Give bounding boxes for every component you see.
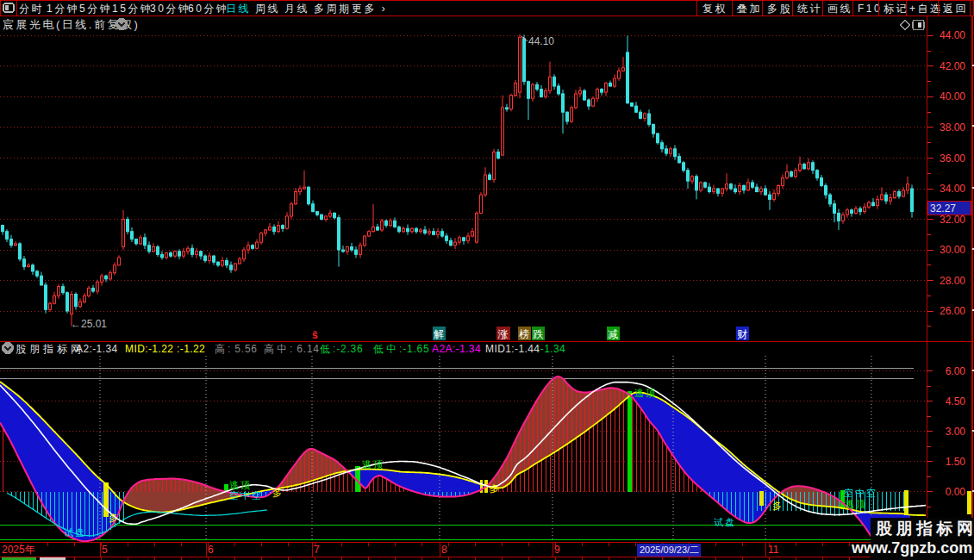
svg-text:多股: 多股 — [767, 3, 792, 15]
svg-text:A2A:-1.34: A2A:-1.34 — [432, 343, 481, 355]
svg-text:28.00: 28.00 — [940, 275, 965, 287]
svg-text:34.00: 34.00 — [940, 183, 965, 195]
svg-text:A2:-1.34: A2:-1.34 — [76, 343, 118, 355]
svg-text:多: 多 — [772, 501, 784, 511]
svg-text:8: 8 — [441, 544, 447, 556]
svg-text:ŝ: ŝ — [312, 329, 318, 341]
svg-text:多: 多 — [109, 513, 120, 523]
svg-text:更多 ›: 更多 › — [352, 3, 387, 15]
svg-text:跌: 跌 — [533, 328, 543, 340]
svg-text:复权: 复权 — [702, 3, 727, 15]
svg-text:试盘: 试盘 — [714, 517, 736, 527]
svg-text:30.00: 30.00 — [940, 244, 965, 256]
svg-text:逃顶: 逃顶 — [634, 388, 657, 398]
svg-text:试盘: 试盘 — [64, 527, 86, 538]
svg-text:减: 减 — [608, 328, 618, 340]
svg-text:月线: 月线 — [284, 3, 309, 15]
svg-text:+自选: +自选 — [909, 3, 943, 15]
svg-text:高: 5.56: 高: 5.56 — [215, 343, 258, 355]
svg-text:多周期: 多周期 — [314, 3, 352, 15]
svg-text:11: 11 — [768, 544, 779, 556]
svg-text:MID:-1.22: MID:-1.22 — [125, 343, 173, 355]
svg-text:44.00: 44.00 — [940, 29, 965, 41]
svg-text:日线: 日线 — [226, 3, 251, 15]
svg-text:分时: 分时 — [19, 3, 44, 15]
svg-text:32.27: 32.27 — [930, 202, 956, 215]
svg-text:0.00: 0.00 — [946, 486, 966, 498]
svg-text:www.7gpzb.com: www.7gpzb.com — [851, 539, 972, 557]
svg-text:涨: 涨 — [497, 328, 509, 340]
svg-text:4.50: 4.50 — [946, 395, 966, 408]
svg-text:7: 7 — [314, 544, 320, 556]
svg-text:3.00: 3.00 — [946, 426, 966, 438]
svg-text:财: 财 — [737, 328, 747, 340]
svg-text:画线: 画线 — [827, 3, 852, 15]
svg-text:6: 6 — [208, 544, 214, 556]
svg-text:1分钟: 1分钟 — [47, 3, 79, 15]
svg-text:股朋指标网: 股朋指标网 — [16, 343, 84, 355]
svg-text:逃顶: 逃顶 — [362, 459, 384, 470]
svg-text:60分钟: 60分钟 — [188, 3, 228, 15]
svg-text:15分钟: 15分钟 — [112, 3, 153, 15]
svg-text:44.10: 44.10 — [528, 35, 554, 47]
svg-text:2025/09/23/二: 2025/09/23/二 — [640, 544, 699, 555]
svg-text:2025年: 2025年 — [2, 544, 35, 556]
svg-text:统计: 统计 — [797, 3, 822, 15]
svg-text:返回: 返回 — [943, 3, 968, 15]
svg-text:5: 5 — [102, 544, 108, 556]
svg-text:32.00: 32.00 — [940, 214, 965, 226]
svg-text:周线: 周线 — [255, 3, 280, 15]
svg-text:空中空: 空中空 — [844, 488, 877, 498]
svg-text::-1.22: :-1.22 — [177, 343, 205, 355]
svg-text:低中:-1.65: 低中:-1.65 — [373, 343, 430, 355]
svg-text:榜: 榜 — [518, 328, 529, 340]
svg-text:解: 解 — [434, 328, 444, 340]
svg-text:5分钟: 5分钟 — [79, 3, 112, 15]
svg-text:低:-2.36: 低:-2.36 — [320, 343, 364, 355]
svg-text:MID1:-1.44: MID1:-1.44 — [485, 343, 540, 355]
svg-text:36.00: 36.00 — [940, 152, 965, 165]
svg-text:6.00: 6.00 — [946, 365, 966, 377]
svg-text:逃顶: 逃顶 — [845, 499, 867, 509]
svg-text:叠加: 叠加 — [737, 3, 762, 15]
svg-text:逃顶: 逃顶 — [229, 480, 252, 490]
svg-text:F10: F10 — [858, 3, 882, 15]
svg-text:多: 多 — [272, 488, 284, 498]
svg-text:标记: 标记 — [883, 3, 908, 15]
svg-text:股朋指标网: 股朋指标网 — [875, 520, 974, 538]
svg-text:多: 多 — [490, 483, 501, 494]
svg-text:26.00: 26.00 — [940, 305, 965, 317]
svg-text:42.00: 42.00 — [940, 60, 965, 72]
svg-text:←25.01: ←25.01 — [71, 318, 107, 330]
svg-text:30分钟: 30分钟 — [150, 3, 190, 15]
svg-text:9: 9 — [554, 544, 560, 556]
svg-text:40.00: 40.00 — [940, 90, 965, 103]
svg-text::-1.34: :-1.34 — [537, 343, 565, 355]
svg-text:1.50: 1.50 — [946, 456, 966, 468]
svg-text:38.00: 38.00 — [940, 121, 965, 134]
svg-text:高中: 6.14: 高中: 6.14 — [264, 343, 320, 355]
svg-text:空中空: 空中空 — [229, 490, 263, 501]
